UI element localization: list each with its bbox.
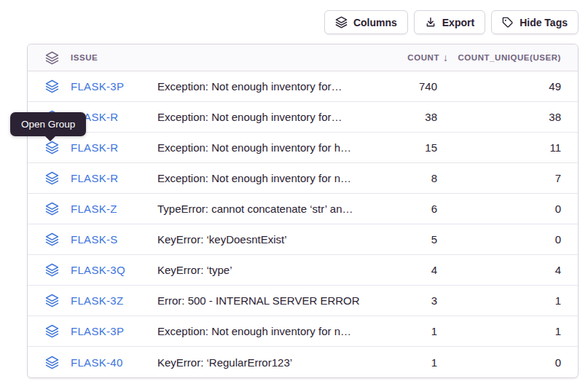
issue-title: KeyError: ‘RegularError123’ <box>157 356 376 369</box>
issue-column-label: ISSUE <box>71 53 98 62</box>
hide-tags-button-label: Hide Tags <box>520 17 568 28</box>
table-row[interactable]: FLASK-3P Exception: Not enough inventory… <box>28 71 578 102</box>
issue-cell: FLASK-S <box>45 232 157 246</box>
download-icon <box>425 17 436 28</box>
count-unique-column-header[interactable]: COUNT_UNIQUE(USER) <box>437 53 561 62</box>
count-unique-value: 11 <box>437 141 561 154</box>
hide-tags-button[interactable]: Hide Tags <box>491 10 579 34</box>
issue-title: Exception: Not enough inventory for n… <box>157 172 376 184</box>
export-button[interactable]: Export <box>414 10 485 34</box>
issue-link[interactable]: FLASK-S <box>71 233 118 246</box>
table-row[interactable]: FLASK-40 KeyError: ‘RegularError123’ 1 0 <box>28 347 578 377</box>
open-group-stack-icon[interactable] <box>45 171 59 185</box>
open-group-stack-icon[interactable] <box>45 294 59 307</box>
issue-title: KeyError: ‘type’ <box>157 264 376 276</box>
table-row[interactable]: FLASK-3Q KeyError: ‘type’ 4 4 <box>28 255 578 286</box>
open-group-stack-icon[interactable] <box>45 141 59 154</box>
open-group-stack-icon[interactable] <box>45 324 59 338</box>
issues-table: ISSUE COUNT ↓ COUNT_UNIQUE(USER) FLASK-3… <box>27 44 579 378</box>
issue-link[interactable]: FLASK-3Z <box>71 294 123 307</box>
issue-cell: FLASK-3P <box>45 79 157 93</box>
count-value: 38 <box>376 111 437 123</box>
table-header: ISSUE COUNT ↓ COUNT_UNIQUE(USER) <box>28 44 578 71</box>
issue-title: Exception: Not enough inventory for… <box>157 80 376 93</box>
count-value: 5 <box>376 233 437 246</box>
open-group-stack-icon[interactable] <box>45 356 59 369</box>
count-value: 3 <box>376 294 437 307</box>
issue-cell: FLASK-R <box>45 171 157 185</box>
count-value: 1 <box>376 356 437 369</box>
issue-title: Exception: Not enough inventory for… <box>157 111 376 123</box>
issue-cell: FLASK-3Z <box>45 294 157 307</box>
count-unique-value: 7 <box>437 172 561 184</box>
table-row[interactable]: FLASK-3P Exception: Not enough inventory… <box>28 316 578 347</box>
count-value: 4 <box>376 264 437 276</box>
count-value: 15 <box>376 141 437 154</box>
issue-title: Exception: Not enough inventory for n… <box>157 325 376 337</box>
stack-icon <box>45 51 59 65</box>
issue-title: Exception: Not enough inventory for h… <box>157 141 376 154</box>
table-row[interactable]: FLASK-3Z Error: 500 - INTERNAL SERVER ER… <box>28 286 578 316</box>
count-value: 740 <box>376 80 437 93</box>
table-row[interactable]: FLASK-S KeyError: ‘keyDoesntExist’ 5 0 <box>28 224 578 255</box>
issue-link[interactable]: FLASK-Z <box>71 203 117 215</box>
table-row[interactable]: FLASK-Z TypeError: cannot concatenate ‘s… <box>28 194 578 224</box>
issue-cell: FLASK-3Q <box>45 263 157 277</box>
count-unique-value: 4 <box>437 264 561 276</box>
issue-cell: FLASK-3P <box>45 324 157 338</box>
tooltip-caret-icon <box>44 136 56 141</box>
issue-link[interactable]: FLASK-3P <box>71 325 124 337</box>
count-value: 8 <box>376 172 437 184</box>
issue-title: Error: 500 - INTERNAL SERVER ERROR <box>157 294 376 307</box>
issue-link[interactable]: FLASK-3Q <box>71 264 125 276</box>
issue-cell: FLASK-R <box>45 141 157 154</box>
count-unique-value: 0 <box>437 356 561 369</box>
count-value: 6 <box>376 203 437 215</box>
issue-link[interactable]: FLASK-40 <box>71 356 123 369</box>
count-unique-value: 0 <box>437 233 561 246</box>
open-group-stack-icon[interactable] <box>45 79 59 93</box>
export-button-label: Export <box>442 17 474 28</box>
open-group-tooltip-label: Open Group <box>21 119 75 130</box>
open-group-stack-icon[interactable] <box>45 232 59 246</box>
open-group-tooltip: Open Group <box>10 112 86 136</box>
table-row[interactable]: FLASK-R Exception: Not enough inventory … <box>28 102 578 133</box>
issue-column-header[interactable]: ISSUE <box>45 51 157 65</box>
issue-link[interactable]: FLASK-3P <box>71 80 124 93</box>
count-column-header[interactable]: COUNT ↓ <box>376 52 437 63</box>
issue-link[interactable]: FLASK-R <box>71 172 118 184</box>
columns-button[interactable]: Columns <box>324 10 408 34</box>
open-group-stack-icon[interactable] <box>45 263 59 277</box>
count-unique-value: 49 <box>437 80 561 93</box>
count-unique-value: 1 <box>437 294 561 307</box>
issue-title: TypeError: cannot concatenate ‘str’ an… <box>157 203 376 215</box>
open-group-stack-icon[interactable] <box>45 202 59 216</box>
issue-title: KeyError: ‘keyDoesntExist’ <box>157 233 376 246</box>
count-unique-value: 1 <box>437 325 561 337</box>
issue-link[interactable]: FLASK-R <box>71 141 118 154</box>
columns-button-label: Columns <box>353 17 397 28</box>
toolbar: Columns Export Hide Tags <box>324 10 579 34</box>
issue-cell: FLASK-Z <box>45 202 157 216</box>
count-value: 1 <box>376 325 437 337</box>
table-body: FLASK-3P Exception: Not enough inventory… <box>28 71 578 377</box>
issue-cell: FLASK-40 <box>45 356 157 369</box>
tag-icon <box>502 17 514 28</box>
count-unique-value: 0 <box>437 203 561 215</box>
count-unique-value: 38 <box>437 111 561 123</box>
count-column-label: COUNT <box>407 53 439 62</box>
stack-icon <box>335 16 348 28</box>
table-row[interactable]: FLASK-R Exception: Not enough inventory … <box>28 163 578 194</box>
table-row[interactable]: FLASK-R Exception: Not enough inventory … <box>28 133 578 163</box>
